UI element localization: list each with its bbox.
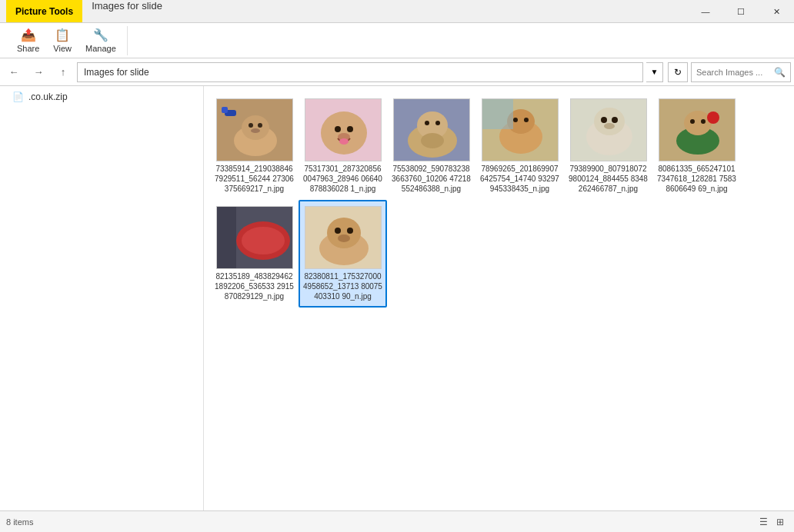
file-thumbnail — [659, 98, 736, 161]
back-button[interactable]: ← — [3, 62, 25, 83]
svg-point-19 — [421, 133, 444, 148]
file-name: 82135189_4838294621892206_536533 2915870… — [215, 271, 294, 301]
window-controls: — ☐ ✕ — [688, 0, 794, 23]
svg-point-31 — [604, 123, 615, 129]
minimize-button[interactable]: — — [688, 0, 723, 23]
status-bar: 8 items ☰ ⊞ — [0, 510, 794, 532]
svg-point-34 — [684, 111, 712, 135]
navigation-bar: ← → ↑ Images for slide ▼ ↻ 🔍 — [0, 58, 794, 86]
forward-button[interactable]: → — [28, 62, 49, 83]
file-area: 73385914_2190388467929511_56244 27306375… — [204, 86, 794, 510]
svg-point-40 — [242, 227, 285, 254]
refresh-button[interactable]: ↻ — [668, 62, 688, 82]
svg-point-17 — [425, 121, 429, 125]
address-dropdown-button[interactable]: ▼ — [646, 62, 663, 82]
ribbon-manage-button[interactable]: 🔧 Manage — [81, 26, 121, 55]
file-item[interactable]: 75538092_5907832383663760_10206 47218552… — [387, 92, 475, 200]
svg-point-11 — [347, 126, 353, 132]
svg-point-29 — [601, 117, 607, 123]
sidebar-item-zip[interactable]: 📄 .co.uk.zip — [0, 89, 203, 105]
ribbon: 📤 Share 📋 View 🔧 Manage — [0, 23, 794, 58]
svg-point-44 — [327, 218, 361, 248]
svg-rect-41 — [217, 206, 236, 269]
file-name: 75317301_2873208560047963_28946 06640878… — [303, 164, 382, 194]
svg-point-47 — [338, 234, 350, 242]
svg-point-5 — [251, 128, 260, 133]
file-thumbnail — [482, 98, 559, 161]
file-item[interactable]: 78969265_2018699076425754_14740 93297945… — [475, 92, 564, 200]
breadcrumb: Images for slide — [84, 67, 149, 78]
file-name: 80861335_6652471017347618_128281 7583860… — [657, 164, 736, 194]
file-item[interactable]: 82380811_1753270004958652_13713 80075403… — [299, 200, 387, 308]
share-icon: 📤 — [21, 28, 36, 42]
zip-icon: 📄 — [12, 91, 24, 102]
file-item[interactable]: 82135189_4838294621892206_536533 2915870… — [210, 200, 299, 308]
ribbon-tabs: Picture Tools Images for slide — [6, 0, 162, 22]
file-thumbnail — [570, 98, 647, 161]
svg-point-23 — [513, 118, 518, 122]
ribbon-file-section: 📤 Share 📋 View 🔧 Manage — [6, 26, 128, 55]
svg-point-24 — [524, 118, 529, 122]
file-name: 75538092_5907832383663760_10206 47218552… — [392, 164, 471, 194]
search-icon: 🔍 — [774, 67, 786, 78]
file-thumbnail — [305, 98, 382, 161]
details-view-button[interactable]: ☰ — [756, 514, 771, 530]
svg-rect-25 — [482, 98, 513, 129]
svg-point-28 — [594, 108, 625, 135]
address-bar[interactable]: Images for slide — [77, 62, 643, 82]
item-count: 8 items — [6, 517, 33, 527]
file-name: 79389900_8079180729800124_884455 8348262… — [569, 164, 648, 194]
title-bar: Picture Tools Images for slide — ☐ ✕ — [0, 0, 794, 23]
ribbon-share-button[interactable]: 📤 Share — [12, 26, 44, 55]
view-toggle-icons: ☰ ⊞ — [756, 514, 788, 530]
search-bar[interactable]: 🔍 — [691, 62, 791, 82]
tiles-view-button[interactable]: ⊞ — [772, 514, 788, 530]
manage-icon: 🔧 — [93, 28, 108, 42]
file-thumbnail — [216, 98, 293, 161]
search-input[interactable] — [696, 68, 771, 77]
svg-point-10 — [335, 126, 341, 132]
svg-point-2 — [242, 115, 269, 140]
file-item[interactable]: 79389900_8079180729800124_884455 8348262… — [564, 92, 652, 200]
file-item[interactable]: 80861335_6652471017347618_128281 7583860… — [652, 92, 741, 200]
file-thumbnail — [393, 98, 470, 161]
svg-point-46 — [347, 228, 353, 234]
view-icon: 📋 — [55, 28, 70, 42]
file-name: 73385914_2190388467929511_56244 27306375… — [215, 164, 294, 194]
file-thumbnail — [216, 206, 293, 269]
svg-point-13 — [339, 138, 349, 145]
sidebar: 📄 .co.uk.zip — [0, 86, 204, 510]
maximize-button[interactable]: ☐ — [723, 0, 759, 23]
up-button[interactable]: ↑ — [52, 62, 74, 83]
svg-point-37 — [707, 111, 719, 124]
svg-point-3 — [249, 123, 253, 128]
svg-point-45 — [335, 228, 341, 234]
close-button[interactable]: ✕ — [759, 0, 794, 23]
file-item[interactable]: 75317301_2873208560047963_28946 06640878… — [299, 92, 387, 200]
ribbon-view-button[interactable]: 📋 View — [48, 26, 76, 55]
svg-point-35 — [690, 119, 695, 124]
file-name: 78969265_2018699076425754_14740 93297945… — [480, 164, 559, 194]
tab-picture-tools[interactable]: Picture Tools — [6, 0, 82, 22]
svg-point-36 — [701, 119, 706, 124]
main-layout: 📄 .co.uk.zip 73385914_2190388467929511_5… — [0, 86, 794, 510]
svg-point-4 — [258, 123, 262, 128]
folder-title-label: Images for slide — [92, 0, 162, 22]
file-item[interactable]: 73385914_2190388467929511_56244 27306375… — [210, 92, 299, 200]
file-thumbnail — [305, 206, 382, 269]
svg-point-18 — [435, 121, 440, 125]
svg-point-30 — [612, 117, 618, 123]
file-name: 82380811_1753270004958652_13713 80075403… — [303, 271, 382, 301]
svg-rect-7 — [222, 107, 228, 113]
